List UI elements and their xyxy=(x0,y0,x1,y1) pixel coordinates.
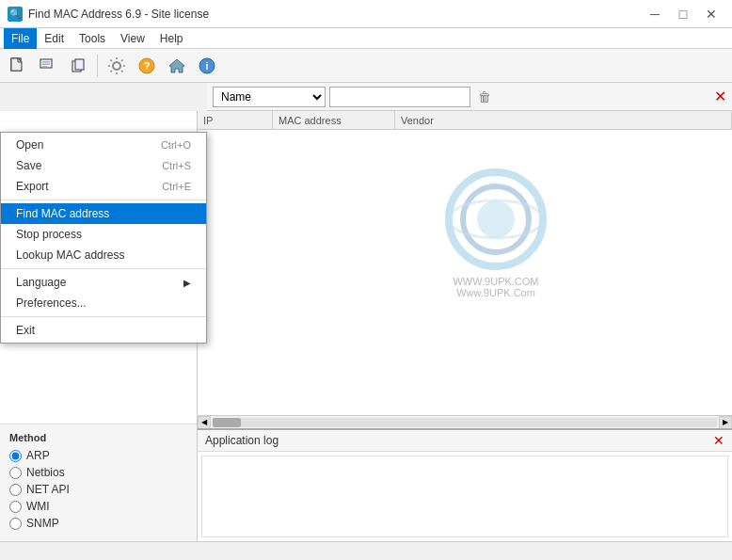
svg-text:?: ? xyxy=(144,60,151,72)
scrollbar-thumb[interactable] xyxy=(213,418,241,427)
filter-input[interactable] xyxy=(329,87,470,107)
watermark-line1: WWW.9UPK.COM xyxy=(444,276,548,287)
method-wmi-label: WMI xyxy=(26,500,50,513)
method-netbios-radio[interactable] xyxy=(9,467,22,479)
find-button[interactable] xyxy=(34,53,62,79)
menu-export[interactable]: Export Ctrl+E xyxy=(1,176,206,197)
svg-text:i: i xyxy=(205,60,208,72)
filter-close-button[interactable]: ✕ xyxy=(714,88,726,105)
menu-tools[interactable]: Tools xyxy=(72,28,113,49)
window-controls: ─ □ ✕ xyxy=(642,4,724,24)
svg-rect-6 xyxy=(42,66,47,68)
svg-rect-8 xyxy=(75,59,84,70)
title-bar: 🔍 Find MAC Address 6.9 - Site license ─ … xyxy=(0,0,732,28)
close-button[interactable]: ✕ xyxy=(698,4,724,24)
horizontal-scrollbar[interactable]: ◀ ▶ xyxy=(198,415,732,428)
method-arp: ARP xyxy=(9,449,187,462)
dropdown-sep-1 xyxy=(1,200,206,200)
toolbar-separator-1 xyxy=(97,55,98,77)
scrollbar-track[interactable] xyxy=(213,418,717,427)
method-snmp: SNMP xyxy=(9,517,187,530)
watermark-line2: Www.9UPK.Com xyxy=(444,287,548,298)
help-button[interactable]: ? xyxy=(133,53,161,79)
scroll-right-button[interactable]: ▶ xyxy=(719,416,732,429)
method-arp-radio[interactable] xyxy=(9,450,22,462)
dropdown-menu-container: Open Ctrl+O Save Ctrl+S Export Ctrl+E Fi… xyxy=(0,132,207,344)
method-wmi: WMI xyxy=(9,500,187,513)
menu-preferences[interactable]: Preferences... xyxy=(1,293,206,313)
menu-view[interactable]: View xyxy=(113,28,152,49)
col-header-mac: MAC address xyxy=(273,111,395,129)
settings-button[interactable] xyxy=(103,53,131,79)
method-wmi-radio[interactable] xyxy=(9,501,22,513)
method-section: Method ARP Netbios NET API WMI xyxy=(0,424,197,541)
dropdown-sep-3 xyxy=(1,316,206,317)
scroll-left-button[interactable]: ◀ xyxy=(198,416,211,429)
menu-exit[interactable]: Exit xyxy=(1,320,206,341)
menu-lookup-mac[interactable]: Lookup MAC address xyxy=(1,245,206,265)
copy-button[interactable] xyxy=(64,53,92,79)
maximize-button[interactable]: □ xyxy=(670,4,696,24)
filter-bar: Name IP MAC Vendor 🗑 ✕ xyxy=(207,83,732,111)
log-body[interactable] xyxy=(201,456,728,537)
menu-stop-process[interactable]: Stop process xyxy=(1,224,206,245)
svg-rect-5 xyxy=(42,63,50,65)
method-netbios-label: Netbios xyxy=(26,466,65,479)
filter-select[interactable]: Name IP MAC Vendor xyxy=(213,87,326,107)
toolbar: ? i xyxy=(0,49,732,83)
results-table[interactable]: IP MAC address Vendor WWW.9UPK.COM xyxy=(198,111,732,415)
window-title: Find MAC Address 6.9 - Site license xyxy=(28,8,209,21)
col-header-vendor: Vendor xyxy=(395,111,732,129)
new-button[interactable] xyxy=(4,53,32,79)
svg-marker-11 xyxy=(169,59,184,72)
svg-point-16 xyxy=(477,200,515,238)
minimize-button[interactable]: ─ xyxy=(642,4,668,24)
method-arp-label: ARP xyxy=(26,449,50,462)
filter-clear-button[interactable]: 🗑 xyxy=(474,89,495,104)
menu-bar: File Edit Tools View Help xyxy=(0,28,732,49)
file-dropdown: Open Ctrl+O Save Ctrl+S Export Ctrl+E Fi… xyxy=(0,132,207,344)
method-netbios: Netbios xyxy=(9,466,187,479)
menu-file[interactable]: File xyxy=(4,28,37,49)
log-close-button[interactable]: ✕ xyxy=(713,433,724,448)
method-netapi-label: NET API xyxy=(26,483,70,496)
menu-edit[interactable]: Edit xyxy=(37,28,72,49)
status-bar xyxy=(0,541,732,560)
table-header: IP MAC address Vendor xyxy=(198,111,732,130)
menu-open[interactable]: Open Ctrl+O xyxy=(1,135,206,155)
method-netapi: NET API xyxy=(9,483,187,496)
app-icon: 🔍 xyxy=(8,7,23,22)
menu-save[interactable]: Save Ctrl+S xyxy=(1,155,206,176)
col-header-ip: IP xyxy=(198,111,273,129)
method-netapi-radio[interactable] xyxy=(9,484,22,496)
log-section: Application log ✕ xyxy=(198,428,732,541)
menu-language[interactable]: Language ▶ xyxy=(1,272,206,293)
right-panel: IP MAC address Vendor WWW.9UPK.COM xyxy=(198,111,732,541)
info-button[interactable]: i xyxy=(193,53,221,79)
svg-rect-4 xyxy=(42,61,50,63)
home-button[interactable] xyxy=(163,53,191,79)
menu-help[interactable]: Help xyxy=(152,28,191,49)
watermark-area: WWW.9UPK.COM Www.9UPK.Com xyxy=(198,130,732,318)
menu-find-mac[interactable]: Find MAC address xyxy=(1,203,206,224)
log-title: Application log xyxy=(205,434,278,447)
method-title: Method xyxy=(9,432,187,443)
method-snmp-radio[interactable] xyxy=(9,518,22,530)
log-header: Application log ✕ xyxy=(198,430,732,452)
method-snmp-label: SNMP xyxy=(26,517,59,530)
watermark: WWW.9UPK.COM Www.9UPK.Com xyxy=(444,168,548,298)
dropdown-sep-2 xyxy=(1,268,206,269)
